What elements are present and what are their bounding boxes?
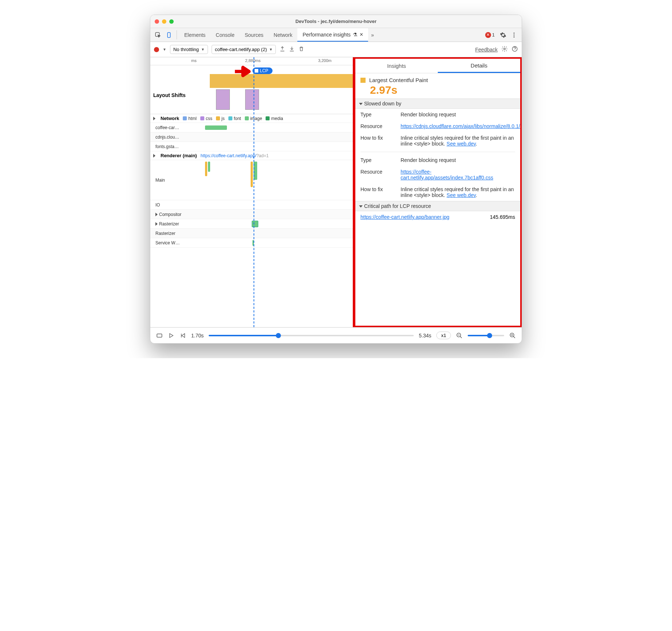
expand-icon[interactable]: [155, 222, 158, 226]
network-row[interactable]: fonts.gsta…: [150, 142, 353, 151]
critical-path-time: 145.695ms: [490, 214, 515, 220]
feedback-link[interactable]: Feedback: [475, 47, 498, 53]
thread-row[interactable]: Compositor: [150, 210, 353, 219]
slider-knob[interactable]: [487, 333, 492, 338]
thread-row[interactable]: Rasterizer: [150, 219, 353, 229]
stop-icon: [255, 69, 258, 73]
gear-icon[interactable]: [501, 46, 508, 54]
collapse-icon[interactable]: [359, 103, 363, 105]
toolbar: ▼ No throttling▼ coffee-cart.netlify.app…: [150, 42, 522, 57]
layout-shift-thumb[interactable]: [245, 89, 259, 110]
window-title: DevTools - jec.fyi/demo/menu-hover: [150, 19, 522, 24]
thread-row[interactable]: Service W…: [150, 238, 353, 248]
details-pane: Insights Details Largest Contentful Pain…: [354, 57, 522, 327]
zoom-level[interactable]: x1: [436, 332, 451, 339]
layout-shift-thumb[interactable]: [216, 89, 230, 110]
metric-name: Largest Contentful Paint: [369, 77, 428, 83]
network-row[interactable]: cdnjs.clou…: [150, 132, 353, 142]
tab-elements[interactable]: Elements: [179, 28, 211, 42]
minimize-window-button[interactable]: [162, 19, 166, 24]
issue-type: Render blocking request: [401, 157, 515, 163]
devtools-window: DevTools - jec.fyi/demo/menu-hover Eleme…: [150, 15, 522, 344]
playback-footer: 1.70s 5.34s x1: [150, 327, 522, 343]
resource-link[interactable]: https://cdnjs.cloudflare.com/ajax/libs/n…: [401, 123, 522, 129]
zoom-out-icon[interactable]: [456, 332, 463, 339]
collapse-icon[interactable]: [359, 205, 363, 208]
svg-rect-7: [157, 334, 162, 337]
lcp-marker[interactable]: LCP: [252, 67, 273, 74]
kebab-icon[interactable]: [509, 28, 520, 42]
thread-row[interactable]: IO: [150, 200, 353, 210]
tab-console[interactable]: Console: [211, 28, 239, 42]
zoom-in-icon[interactable]: [509, 332, 516, 339]
fix-text: Inline critical styles required for the …: [401, 186, 515, 198]
thread-row[interactable]: Rasterizer: [150, 229, 353, 238]
content-area: ms 2,880ms 3,200m LCP Layout Shifts: [150, 57, 522, 327]
recording-select[interactable]: coffee-cart.netlify.app (2)▼: [212, 45, 276, 54]
traffic-lights: [155, 19, 174, 24]
issue-type: Render blocking request: [401, 112, 515, 117]
device-icon[interactable]: [163, 28, 174, 42]
fix-text: Inline critical styles required for the …: [401, 135, 515, 147]
delete-icon[interactable]: [298, 46, 304, 53]
settings-icon[interactable]: [498, 28, 509, 42]
critical-path-link[interactable]: https://coffee-cart.netlify.app/banner.j…: [360, 214, 449, 220]
svg-rect-1: [167, 32, 170, 38]
svg-point-4: [514, 36, 515, 37]
webdev-link[interactable]: See web.dev: [447, 141, 476, 147]
svg-point-3: [514, 34, 515, 35]
tab-network[interactable]: Network: [269, 28, 297, 42]
throttle-select[interactable]: No throttling▼: [170, 45, 208, 54]
upload-icon[interactable]: [279, 46, 285, 53]
tab-insights[interactable]: Insights: [355, 59, 438, 73]
network-track-header[interactable]: Network html css js font image media: [150, 114, 353, 123]
time-cursor[interactable]: [254, 57, 254, 327]
overview-track[interactable]: Layout Shifts: [150, 67, 353, 114]
svg-point-5: [504, 48, 506, 50]
play-icon[interactable]: [168, 332, 174, 339]
zoom-window-button[interactable]: [169, 19, 174, 24]
tab-sources[interactable]: Sources: [240, 28, 269, 42]
playback-end-time: 5.34s: [419, 333, 431, 338]
devtools-tabbar: Elements Console Sources Network Perform…: [150, 28, 522, 42]
lcp-header: Largest Contentful Paint 2.97s: [355, 73, 520, 98]
flask-icon: ⚗: [353, 32, 358, 38]
svg-point-2: [514, 32, 515, 34]
webdev-link[interactable]: See web.dev: [447, 192, 476, 198]
layout-shifts-label: Layout Shifts: [153, 92, 186, 98]
annotation-arrow: [234, 65, 251, 79]
network-row[interactable]: coffee-car…: [150, 123, 353, 132]
playback-slider[interactable]: [209, 335, 414, 336]
expand-icon[interactable]: [155, 213, 158, 216]
inspect-icon[interactable]: [152, 28, 163, 42]
expand-icon[interactable]: [153, 117, 155, 120]
rightpane-tabs: Insights Details: [355, 59, 520, 73]
resource-link[interactable]: https://coffee-cart.netlify.app/assets/i…: [401, 169, 493, 181]
playback-start-time: 1.70s: [191, 333, 204, 338]
divider: [177, 30, 177, 39]
error-count[interactable]: ✕ 1: [482, 28, 498, 42]
lcp-swatch-icon: [360, 78, 366, 83]
expand-icon[interactable]: [153, 154, 155, 158]
time-ruler[interactable]: ms 2,880ms 3,200m: [150, 57, 353, 65]
close-tab-icon[interactable]: ×: [360, 31, 363, 38]
error-icon: ✕: [485, 32, 491, 38]
section-slowed-down[interactable]: Slowed down by: [355, 98, 520, 109]
tab-performance-insights[interactable]: Performance insights ⚗ ×: [297, 28, 368, 42]
section-critical-path[interactable]: Critical path for LCP resource: [355, 201, 520, 211]
main-thread-row[interactable]: Main: [150, 160, 353, 200]
record-dropdown[interactable]: ▼: [163, 47, 166, 51]
record-button[interactable]: [154, 47, 159, 52]
more-tabs-button[interactable]: »: [368, 28, 377, 42]
toggle-view-icon[interactable]: [156, 332, 163, 339]
renderer-track-header[interactable]: Renderer (main) https://coffee-cart.netl…: [150, 151, 353, 160]
slider-knob[interactable]: [276, 333, 281, 338]
metric-value: 2.97s: [370, 84, 515, 96]
download-icon[interactable]: [289, 46, 295, 53]
help-icon[interactable]: [511, 46, 518, 54]
tab-details[interactable]: Details: [438, 59, 520, 73]
close-window-button[interactable]: [155, 19, 159, 24]
zoom-slider[interactable]: [468, 335, 504, 336]
rewind-icon[interactable]: [179, 332, 186, 339]
renderer-url[interactable]: https://coffee-cart.netlify.app/?ad=1: [201, 153, 269, 158]
